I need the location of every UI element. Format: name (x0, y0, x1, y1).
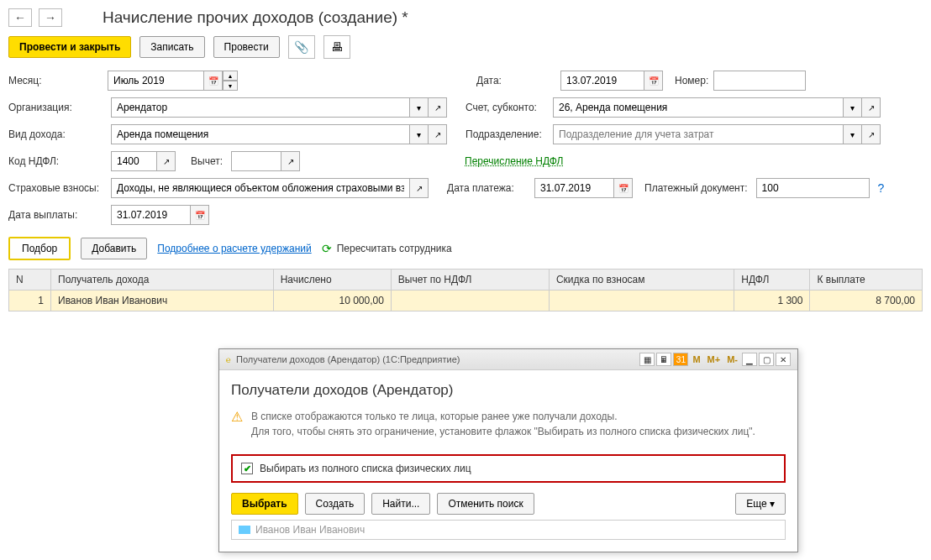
account-input[interactable] (553, 97, 844, 118)
calc-details-link[interactable]: Подробнее о расчете удержаний (157, 243, 311, 254)
refresh-icon: ⟳ (322, 242, 332, 255)
help-icon[interactable]: ? (878, 181, 885, 195)
table-header-row: N Получатель дохода Начислено Вычет по Н… (9, 270, 923, 290)
add-button[interactable]: Добавить (81, 238, 147, 259)
cell-accrued: 10 000,00 (273, 290, 391, 311)
dept-input[interactable] (553, 124, 844, 144)
open-icon: ↗ (434, 130, 441, 139)
nav-back-button[interactable]: ← (8, 8, 32, 27)
cell-payout: 8 700,00 (810, 290, 923, 311)
recipients-table: N Получатель дохода Начислено Вычет по Н… (8, 269, 923, 311)
payout-date-calendar-button[interactable]: 📅 (191, 205, 209, 225)
open-icon: ↗ (868, 103, 875, 113)
number-label: Номер: (675, 75, 708, 86)
dept-dropdown-button[interactable]: ▾ (844, 124, 862, 144)
month-calendar-button[interactable]: 📅 (204, 71, 223, 91)
number-input[interactable] (713, 71, 806, 91)
submit-close-button[interactable]: Провести и закрыть (8, 36, 131, 58)
calendar-icon: 📅 (195, 211, 205, 220)
spinner-up-icon[interactable]: ▲ (223, 71, 238, 81)
select-button[interactable]: Подбор (8, 237, 71, 260)
income-type-open-button[interactable]: ↗ (429, 124, 447, 144)
chevron-down-icon: ▾ (417, 130, 421, 139)
dept-open-button[interactable]: ↗ (862, 124, 881, 144)
cell-recipient: Иванов Иван Иванович (51, 290, 274, 311)
cell-ndfl: 1 300 (734, 290, 810, 311)
col-accrued[interactable]: Начислено (273, 270, 391, 290)
attach-button[interactable]: 📎 (288, 35, 315, 59)
recalc-button[interactable]: ⟳ Пересчитать сотрудника (322, 242, 452, 255)
date-label: Дата: (476, 75, 560, 86)
open-icon: ↗ (434, 103, 441, 113)
date-calendar-button[interactable]: 📅 (644, 71, 663, 91)
open-icon: ↗ (416, 184, 423, 193)
col-ndfl[interactable]: НДФЛ (734, 270, 810, 290)
table-row[interactable]: 1 Иванов Иван Иванович 10 000,00 1 300 8… (9, 290, 923, 311)
chevron-down-icon: ▾ (850, 103, 855, 113)
payment-date-label: Дата платежа: (447, 182, 531, 194)
income-type-input[interactable] (111, 124, 410, 144)
account-open-button[interactable]: ↗ (862, 97, 881, 118)
income-type-dropdown-button[interactable]: ▾ (410, 124, 429, 144)
spinner-down-icon[interactable]: ▼ (223, 81, 238, 91)
ndfl-code-input[interactable] (111, 151, 157, 171)
deduction-input[interactable] (231, 151, 281, 171)
org-open-button[interactable]: ↗ (429, 97, 447, 118)
payout-date-input[interactable] (111, 205, 191, 225)
print-button[interactable]: 🖶 (323, 35, 350, 59)
submit-button[interactable]: Провести (213, 36, 280, 58)
date-input[interactable] (560, 71, 644, 91)
open-icon: ↗ (868, 130, 875, 139)
org-label: Организация: (8, 102, 108, 113)
account-label: Счет, субконто: (466, 102, 550, 113)
save-button[interactable]: Записать (139, 36, 204, 58)
account-dropdown-button[interactable]: ▾ (844, 97, 862, 118)
recalc-label: Пересчитать сотрудника (337, 243, 452, 254)
payout-date-label: Дата выплаты: (8, 209, 108, 221)
cell-ndfl-deduct (391, 290, 549, 311)
payment-date-calendar-button[interactable]: 📅 (614, 178, 633, 198)
org-input[interactable] (111, 97, 410, 118)
month-input[interactable] (108, 71, 204, 91)
cell-contrib-disc (549, 290, 734, 311)
contrib-input[interactable] (111, 178, 410, 198)
org-dropdown-button[interactable]: ▾ (410, 97, 429, 118)
col-n[interactable]: N (9, 270, 51, 290)
paperclip-icon: 📎 (294, 40, 308, 54)
payment-doc-input[interactable] (756, 178, 870, 198)
nav-forward-button[interactable]: → (39, 8, 62, 27)
calendar-icon: 📅 (208, 76, 218, 86)
calendar-icon: 📅 (618, 184, 629, 193)
month-spinner[interactable]: ▲ ▼ (223, 71, 238, 91)
chevron-down-icon: ▾ (850, 130, 855, 139)
contrib-label: Страховые взносы: (8, 182, 108, 194)
col-recipient[interactable]: Получатель дохода (51, 270, 274, 290)
ndfl-code-label: Код НДФЛ: (8, 155, 108, 167)
payment-doc-label: Платежный документ: (644, 182, 748, 194)
open-icon: ↗ (287, 157, 294, 166)
col-ndfl-deduct[interactable]: Вычет по НДФЛ (391, 270, 549, 290)
col-payout[interactable]: К выплате (810, 270, 923, 290)
deduction-label: Вычет: (191, 155, 223, 167)
chevron-down-icon: ▾ (417, 103, 421, 113)
cell-n: 1 (9, 290, 51, 311)
ndfl-code-open-button[interactable]: ↗ (157, 151, 176, 171)
income-type-label: Вид дохода: (8, 128, 108, 140)
calendar-icon: 📅 (649, 76, 659, 86)
open-icon: ↗ (163, 157, 170, 166)
printer-icon: 🖶 (331, 40, 343, 54)
deduction-open-button[interactable]: ↗ (281, 151, 300, 171)
month-label: Месяц: (8, 75, 108, 86)
page-title: Начисление прочих доходов (создание) * (103, 8, 408, 27)
ndfl-transfer-link[interactable]: Перечисление НДФЛ (465, 155, 563, 167)
contrib-open-button[interactable]: ↗ (410, 178, 429, 198)
col-contrib-disc[interactable]: Скидка по взносам (549, 270, 734, 290)
dept-label: Подразделение: (466, 128, 550, 140)
payment-date-input[interactable] (534, 178, 614, 198)
